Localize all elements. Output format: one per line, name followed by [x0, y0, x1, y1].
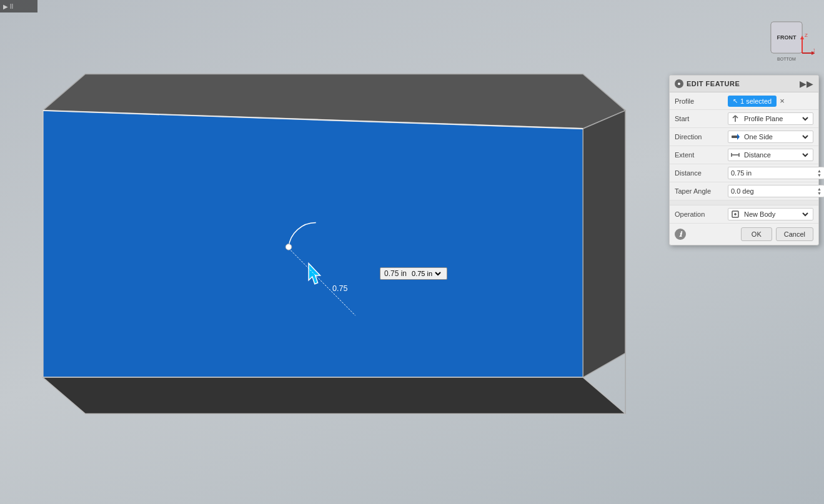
svg-text:FRONT: FRONT	[777, 34, 797, 41]
direction-dropdown[interactable]: One Side Two Sides Symmetric	[728, 131, 813, 143]
start-control: Profile Plane	[728, 112, 813, 125]
edit-feature-panel: ● EDIT FEATURE ▶▶ Profile ↖ 1 selected ×…	[669, 75, 819, 245]
extent-label: Extent	[675, 151, 728, 159]
distance-control: ▲ ▼	[728, 167, 824, 179]
taper-angle-control: ▲ ▼	[728, 185, 824, 197]
svg-marker-3	[43, 111, 583, 377]
operation-icon	[731, 210, 740, 219]
distance-input[interactable]	[731, 169, 817, 177]
operation-row: Operation New Body Join Cut Intersect	[670, 205, 818, 224]
distance-row: Distance ▲ ▼	[670, 164, 818, 182]
panel-forward-btn[interactable]: ▶▶	[800, 79, 813, 89]
spin-up[interactable]: ▲	[817, 169, 822, 173]
taper-spinner[interactable]: ▲ ▼	[817, 187, 822, 195]
spin-down[interactable]: ▼	[817, 173, 822, 177]
start-row: Start Profile Plane	[670, 110, 818, 128]
3d-shape: 0.75	[12, 37, 650, 475]
start-label: Start	[675, 115, 728, 122]
operation-select[interactable]: New Body Join Cut Intersect	[742, 210, 810, 219]
taper-spin-up[interactable]: ▲	[817, 187, 822, 191]
panel-footer: ℹ OK Cancel	[670, 224, 818, 245]
distance-spinner[interactable]: ▲ ▼	[817, 169, 822, 177]
cancel-button[interactable]: Cancel	[776, 227, 813, 241]
panel-title: EDIT FEATURE	[687, 80, 740, 87]
panel-header: ● EDIT FEATURE ▶▶	[670, 76, 818, 92]
taper-angle-row: Taper Angle ▲ ▼	[670, 182, 818, 200]
ok-button[interactable]: OK	[741, 227, 772, 241]
start-dropdown[interactable]: Profile Plane	[728, 112, 813, 125]
profile-label: Profile	[675, 97, 728, 105]
profile-row: Profile ↖ 1 selected ×	[670, 92, 818, 110]
svg-point-13	[285, 244, 292, 250]
distance-input-wrapper[interactable]: ▲ ▼	[728, 167, 824, 179]
cursor-icon: ↖	[733, 97, 738, 104]
svg-marker-31	[737, 134, 740, 140]
dim-dropdown[interactable]: 0.75 in 1.0 in 0.5 in	[409, 269, 443, 278]
operation-label: Operation	[675, 210, 728, 218]
profile-selected-btn[interactable]: ↖ 1 selected	[728, 96, 777, 107]
taper-input[interactable]	[731, 187, 817, 195]
svg-text:BOTTOM: BOTTOM	[777, 57, 796, 61]
axis-indicator: FRONT Z X BOTTOM	[758, 9, 815, 66]
top-bar-text: ▶ II	[3, 3, 13, 10]
taper-input-wrapper[interactable]: ▲ ▼	[728, 185, 824, 197]
start-select[interactable]: Profile Plane	[742, 114, 810, 123]
footer-buttons: OK Cancel	[741, 227, 813, 241]
dimension-label[interactable]: 0.75 in 0.75 in 1.0 in 0.5 in	[380, 267, 447, 280]
extent-dropdown[interactable]: Distance To Object Through All	[728, 149, 813, 161]
direction-control: One Side Two Sides Symmetric	[728, 131, 813, 143]
taper-angle-label: Taper Angle	[675, 187, 728, 195]
svg-text:X: X	[813, 47, 815, 53]
extent-control: Distance To Object Through All	[728, 149, 813, 161]
edit-feature-icon: ●	[675, 79, 683, 88]
extent-select[interactable]: Distance To Object Through All	[742, 151, 810, 159]
profile-clear-btn[interactable]: ×	[778, 95, 786, 107]
dim-value: 0.75 in	[384, 269, 407, 278]
top-bar: ▶ II	[0, 0, 37, 12]
direction-icon	[731, 132, 740, 141]
direction-row: Direction One Side Two Sides Symmetric	[670, 128, 818, 146]
operation-dropdown[interactable]: New Body Join Cut Intersect	[728, 208, 813, 220]
selected-text: 1 selected	[740, 97, 772, 105]
svg-text:0.75: 0.75	[332, 284, 348, 293]
direction-label: Direction	[675, 133, 728, 141]
taper-spin-down[interactable]: ▼	[817, 191, 822, 195]
extent-row: Extent Distance To Object Through All	[670, 146, 818, 164]
operation-control: New Body Join Cut Intersect	[728, 208, 813, 220]
direction-select[interactable]: One Side Two Sides Symmetric	[742, 132, 810, 141]
profile-control: ↖ 1 selected ×	[728, 95, 813, 107]
distance-label: Distance	[675, 169, 728, 177]
info-button[interactable]: ℹ	[675, 229, 686, 240]
svg-marker-2	[583, 111, 625, 377]
panel-header-left: ● EDIT FEATURE	[675, 79, 740, 88]
svg-marker-10	[43, 377, 626, 413]
start-icon	[731, 114, 740, 123]
panel-spacer	[670, 200, 818, 205]
svg-text:Z: Z	[805, 32, 808, 38]
extent-icon	[731, 151, 740, 159]
3d-viewport[interactable]: 0.75 0.75 in 0.75 in 1.0 in 0.5 in FRONT…	[0, 0, 824, 504]
